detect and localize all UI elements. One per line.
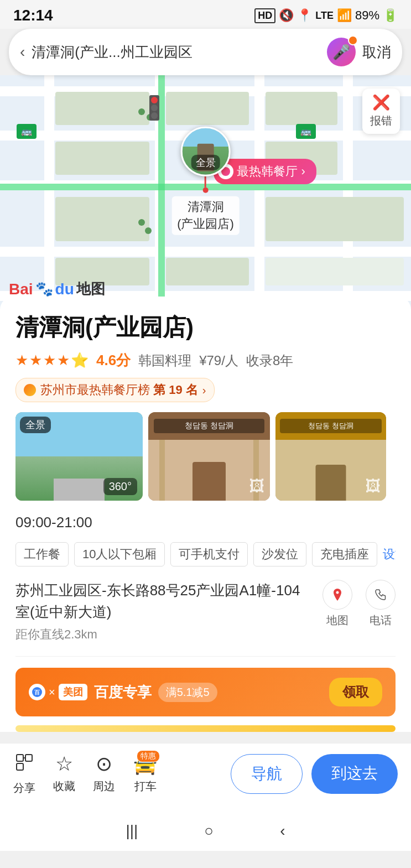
hot-badge-text: 最热韩餐厅 › xyxy=(237,163,305,180)
phone-action-label: 电话 xyxy=(370,613,392,628)
baidu-text: Bai xyxy=(9,280,33,298)
report-label: 报错 xyxy=(370,113,392,128)
search-input[interactable]: 清潭洞(产业...州工业园区 xyxy=(32,43,320,62)
navigate-button[interactable]: 导航 xyxy=(231,754,303,794)
coupon-title: 百度专享 xyxy=(94,683,152,702)
report-error-button[interactable]: ❌ 报错 xyxy=(362,89,400,134)
coupon-tag: 满5.1减5 xyxy=(158,683,217,702)
photo-360-label: 360° xyxy=(103,478,137,495)
mic-button[interactable]: 🎤 xyxy=(327,38,356,66)
nearby-label: 周边 xyxy=(93,779,115,794)
mute-icon: 🔇 xyxy=(279,8,294,23)
star-5: ⭐ xyxy=(71,352,89,369)
battery-icon: 🔋 xyxy=(383,8,398,23)
svg-rect-4 xyxy=(17,763,23,770)
hours-text: 09:00-21:00 xyxy=(15,514,92,531)
photo-panorama-badge: 全景 xyxy=(20,417,51,433)
address-main: 苏州工业园区-东长路88号25产业园A1幢-104室(近中新大道) xyxy=(15,580,311,623)
svg-rect-3 xyxy=(25,755,32,761)
back-button[interactable]: ‹ xyxy=(20,43,25,61)
share-button[interactable]: 分享 xyxy=(13,752,35,796)
search-bar: ‹ 清潭洞(产业...州工业园区 🎤 取消 xyxy=(9,29,402,75)
coupon-banner[interactable]: 百 × 美团 百度专享 满5.1减5 领取 xyxy=(15,668,396,716)
star-4: ★ xyxy=(57,352,70,369)
star-3: ★ xyxy=(43,352,56,369)
rank-badge[interactable]: 苏州市最热韩餐厅榜 第 19 名 › xyxy=(15,378,215,402)
panorama-label: 全景 xyxy=(191,155,220,170)
map-text: 地图 xyxy=(76,279,105,299)
coupon-baidu-logo: 百 xyxy=(29,684,45,700)
share-label: 分享 xyxy=(13,781,35,796)
rating-row: ★ ★ ★ ★ ⭐ 4.6分 韩国料理 ¥79/人 收录8年 xyxy=(15,351,396,370)
address-text: 苏州工业园区-东长路88号25产业园A1幢-104室(近中新大道) 距你直线2.… xyxy=(15,580,311,643)
place-name: 清潭洞(产业园店) xyxy=(15,312,396,343)
tag-2[interactable]: 可手机支付 xyxy=(170,542,248,566)
taxi-label: 打车 xyxy=(134,779,157,794)
address-actions: 地图 电话 xyxy=(322,580,396,628)
hours-row: 09:00-21:00 xyxy=(15,514,396,531)
rating-price: ¥79/人 xyxy=(199,352,238,370)
stars: ★ ★ ★ ★ ⭐ xyxy=(15,352,89,369)
status-bar: 12:14 HD 🔇 📍 LTE 📶 89% 🔋 xyxy=(0,0,411,29)
star-1: ★ xyxy=(15,352,28,369)
photo-2[interactable]: 청담동 청담洞 🖼 xyxy=(148,412,270,501)
info-panel: 清潭洞(产业园店) ★ ★ ★ ★ ⭐ 4.6分 韩国料理 ¥79/人 收录8年… xyxy=(0,297,411,732)
photo-1[interactable]: 全景 360° xyxy=(15,412,143,501)
coupon-x: × xyxy=(49,686,55,699)
location-icon: 📍 xyxy=(297,8,312,23)
coupon-collect-button[interactable]: 领取 xyxy=(329,678,382,706)
taxi-button[interactable]: 🚖 特惠 打车 xyxy=(133,752,158,796)
map-action-icon xyxy=(322,580,352,610)
star-icon: ☆ xyxy=(55,752,73,776)
favorite-button[interactable]: ☆ 收藏 xyxy=(53,752,75,796)
map-area[interactable]: 🚌 🚌 最热韩餐厅 › 全景 清潭洞(产业园店) ❌ 报错 Bai 🐾 du 地… xyxy=(0,75,411,308)
map-action-button[interactable]: 地图 xyxy=(322,580,352,628)
system-nav-bar: ||| ○ ‹ xyxy=(0,813,411,851)
mic-badge xyxy=(348,35,358,45)
cancel-button[interactable]: 取消 xyxy=(362,43,391,62)
report-icon: ❌ xyxy=(372,94,390,111)
tags-row: 工作餐 10人以下包厢 可手机支付 沙发位 充电插座 设施服务 › xyxy=(15,542,396,566)
photos-row: 全景 360° 청담동 청담洞 🖼 xyxy=(15,412,396,501)
photo-3[interactable]: 청담동 청담洞 🖼 xyxy=(275,412,386,501)
tag-1[interactable]: 10人以下包厢 xyxy=(74,542,165,566)
baidu-logo: Bai 🐾 du 地图 xyxy=(9,279,105,299)
rank-number: 第 19 名 xyxy=(153,383,198,397)
coupon-left: 百 × 美团 百度专享 满5.1减5 xyxy=(29,683,217,702)
star-2: ★ xyxy=(29,352,42,369)
map-pin-area[interactable]: 全景 清潭洞(产业园店) xyxy=(171,127,240,235)
address-row: 苏州工业园区-东长路88号25产业园A1幢-104室(近中新大道) 距你直线2.… xyxy=(15,580,396,657)
favorite-label: 收藏 xyxy=(53,779,75,794)
nav-actions: 分享 ☆ 收藏 ⊙ 周边 🚖 特惠 打车 xyxy=(13,752,222,796)
status-time: 12:14 xyxy=(13,7,53,24)
home-icon[interactable]: ○ xyxy=(204,822,214,840)
rating-type: 韩国料理 xyxy=(138,352,191,370)
battery-text: 89% xyxy=(355,8,379,23)
recent-apps-icon[interactable]: ||| xyxy=(126,822,138,840)
tag-4[interactable]: 充电插座 xyxy=(312,542,377,566)
bottom-nav: 分享 ☆ 收藏 ⊙ 周边 🚖 特惠 打车 导航 到这去 xyxy=(0,743,411,813)
phone-action-button[interactable]: 电话 xyxy=(366,580,396,628)
mic-icon: 🎤 xyxy=(332,44,350,61)
signal-icon: 📶 xyxy=(337,8,352,23)
rank-icon xyxy=(24,384,36,396)
nearby-button[interactable]: ⊙ 周边 xyxy=(93,752,115,796)
tag-3[interactable]: 沙发位 xyxy=(253,542,306,566)
back-icon[interactable]: ‹ xyxy=(280,822,285,840)
address-distance: 距你直线2.3km xyxy=(15,626,311,643)
nav-btn-group: 导航 到这去 xyxy=(231,754,398,794)
lte-icon: LTE xyxy=(315,10,334,22)
svg-text:百: 百 xyxy=(34,689,40,695)
tag-more-button[interactable]: 设施服务 › xyxy=(383,546,396,563)
go-button[interactable]: 到这去 xyxy=(311,754,398,794)
panorama-circle[interactable]: 全景 xyxy=(181,127,231,176)
rank-label: 苏州市最热韩餐厅榜 xyxy=(40,383,150,397)
tag-0[interactable]: 工作餐 xyxy=(15,542,69,566)
baidu-paw-icon: 🐾 xyxy=(35,280,53,298)
compass-icon: ⊙ xyxy=(96,752,112,776)
map-action-label: 地图 xyxy=(326,613,348,628)
baidu-du-text: du xyxy=(55,280,74,298)
svg-rect-2 xyxy=(17,755,23,761)
bus-stop-2: 🚌 xyxy=(296,124,316,139)
traffic-light-1 xyxy=(149,95,159,121)
